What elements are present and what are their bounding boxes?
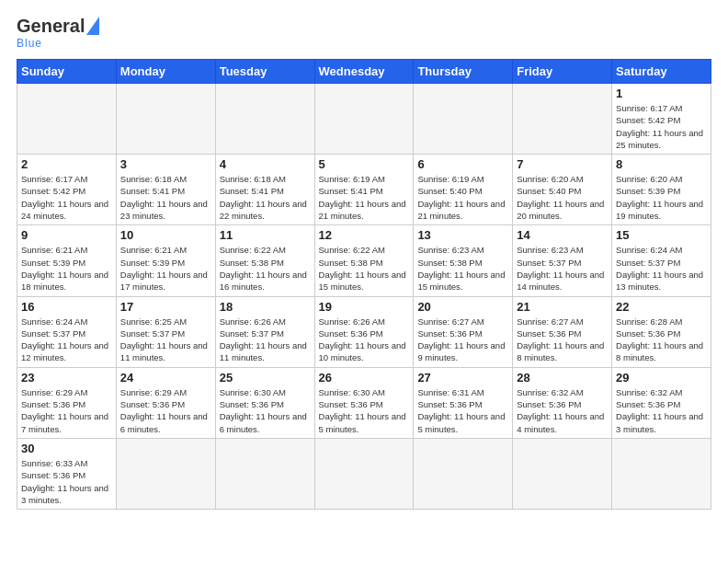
- week-row-2: 2Sunrise: 6:17 AM Sunset: 5:42 PM Daylig…: [17, 155, 711, 225]
- calendar-cell: [215, 84, 314, 155]
- day-info: Sunrise: 6:20 AM Sunset: 5:40 PM Dayligh…: [517, 173, 608, 222]
- calendar-cell: 14Sunrise: 6:23 AM Sunset: 5:37 PM Dayli…: [513, 225, 612, 296]
- day-number: 27: [417, 371, 508, 385]
- day-number: 18: [220, 300, 311, 314]
- week-row-1: 1Sunrise: 6:17 AM Sunset: 5:42 PM Daylig…: [17, 84, 711, 155]
- day-info: Sunrise: 6:22 AM Sunset: 5:38 PM Dayligh…: [220, 244, 311, 293]
- day-info: Sunrise: 6:29 AM Sunset: 5:36 PM Dayligh…: [120, 386, 211, 435]
- calendar-cell: 18Sunrise: 6:26 AM Sunset: 5:37 PM Dayli…: [215, 296, 314, 367]
- calendar-cell: [414, 84, 513, 155]
- calendar-cell: [513, 438, 612, 509]
- header: General Blue: [17, 17, 711, 50]
- day-number: 2: [21, 157, 112, 171]
- calendar-cell: [414, 438, 513, 509]
- day-number: 21: [517, 300, 608, 314]
- calendar-cell: 21Sunrise: 6:27 AM Sunset: 5:36 PM Dayli…: [513, 296, 612, 367]
- calendar-cell: 7Sunrise: 6:20 AM Sunset: 5:40 PM Daylig…: [513, 155, 612, 225]
- day-number: 13: [417, 228, 508, 242]
- day-number: 20: [417, 300, 508, 314]
- day-info: Sunrise: 6:31 AM Sunset: 5:36 PM Dayligh…: [417, 386, 508, 435]
- calendar-cell: 10Sunrise: 6:21 AM Sunset: 5:39 PM Dayli…: [116, 225, 215, 296]
- logo: General Blue: [17, 17, 99, 50]
- day-info: Sunrise: 6:19 AM Sunset: 5:41 PM Dayligh…: [319, 173, 410, 222]
- day-info: Sunrise: 6:26 AM Sunset: 5:36 PM Dayligh…: [319, 316, 410, 364]
- calendar-cell: [116, 438, 215, 509]
- calendar-cell: 3Sunrise: 6:18 AM Sunset: 5:41 PM Daylig…: [116, 155, 215, 225]
- day-number: 14: [517, 228, 608, 242]
- day-info: Sunrise: 6:23 AM Sunset: 5:38 PM Dayligh…: [417, 244, 508, 293]
- day-number: 26: [319, 371, 410, 385]
- calendar-cell: 27Sunrise: 6:31 AM Sunset: 5:36 PM Dayli…: [414, 367, 513, 438]
- weekday-monday: Monday: [116, 60, 215, 84]
- calendar-cell: 6Sunrise: 6:19 AM Sunset: 5:40 PM Daylig…: [414, 155, 513, 225]
- week-row-6: 30Sunrise: 6:33 AM Sunset: 5:36 PM Dayli…: [17, 438, 711, 509]
- calendar-cell: 30Sunrise: 6:33 AM Sunset: 5:36 PM Dayli…: [17, 438, 117, 509]
- day-number: 6: [417, 157, 508, 171]
- week-row-5: 23Sunrise: 6:29 AM Sunset: 5:36 PM Dayli…: [17, 367, 711, 438]
- day-info: Sunrise: 6:18 AM Sunset: 5:41 PM Dayligh…: [120, 173, 211, 222]
- day-number: 24: [120, 371, 211, 385]
- weekday-tuesday: Tuesday: [215, 60, 314, 84]
- day-number: 11: [220, 228, 311, 242]
- day-number: 23: [21, 371, 112, 385]
- day-info: Sunrise: 6:22 AM Sunset: 5:38 PM Dayligh…: [319, 244, 410, 293]
- day-info: Sunrise: 6:20 AM Sunset: 5:39 PM Dayligh…: [616, 173, 707, 222]
- day-number: 29: [616, 371, 707, 385]
- calendar-cell: 5Sunrise: 6:19 AM Sunset: 5:41 PM Daylig…: [314, 155, 414, 225]
- day-info: Sunrise: 6:19 AM Sunset: 5:40 PM Dayligh…: [417, 173, 508, 222]
- day-number: 10: [120, 228, 211, 242]
- day-number: 22: [616, 300, 707, 314]
- day-number: 5: [319, 157, 410, 171]
- day-info: Sunrise: 6:30 AM Sunset: 5:36 PM Dayligh…: [220, 386, 311, 435]
- day-number: 19: [319, 300, 410, 314]
- calendar-cell: 16Sunrise: 6:24 AM Sunset: 5:37 PM Dayli…: [17, 296, 117, 367]
- day-number: 9: [21, 228, 112, 242]
- calendar-cell: 25Sunrise: 6:30 AM Sunset: 5:36 PM Dayli…: [215, 367, 314, 438]
- day-info: Sunrise: 6:26 AM Sunset: 5:37 PM Dayligh…: [220, 316, 311, 364]
- logo-blue: Blue: [17, 37, 42, 50]
- day-number: 8: [616, 157, 707, 171]
- calendar-cell: 2Sunrise: 6:17 AM Sunset: 5:42 PM Daylig…: [17, 155, 117, 225]
- week-row-3: 9Sunrise: 6:21 AM Sunset: 5:39 PM Daylig…: [17, 225, 711, 296]
- day-info: Sunrise: 6:32 AM Sunset: 5:36 PM Dayligh…: [517, 386, 608, 435]
- day-number: 17: [120, 300, 211, 314]
- calendar-cell: [513, 84, 612, 155]
- calendar-cell: [215, 438, 314, 509]
- calendar-cell: 4Sunrise: 6:18 AM Sunset: 5:41 PM Daylig…: [215, 155, 314, 225]
- calendar-cell: [314, 84, 414, 155]
- calendar-cell: 22Sunrise: 6:28 AM Sunset: 5:36 PM Dayli…: [612, 296, 711, 367]
- calendar-cell: 1Sunrise: 6:17 AM Sunset: 5:42 PM Daylig…: [612, 84, 711, 155]
- weekday-wednesday: Wednesday: [314, 60, 414, 84]
- day-info: Sunrise: 6:18 AM Sunset: 5:41 PM Dayligh…: [220, 173, 311, 222]
- calendar-cell: 24Sunrise: 6:29 AM Sunset: 5:36 PM Dayli…: [116, 367, 215, 438]
- logo-general: General: [17, 17, 85, 35]
- calendar-cell: [314, 438, 414, 509]
- day-number: 28: [517, 371, 608, 385]
- calendar-cell: 26Sunrise: 6:30 AM Sunset: 5:36 PM Dayli…: [314, 367, 414, 438]
- day-number: 3: [120, 157, 211, 171]
- day-info: Sunrise: 6:29 AM Sunset: 5:36 PM Dayligh…: [21, 386, 112, 435]
- calendar-cell: [116, 84, 215, 155]
- calendar-cell: [612, 438, 711, 509]
- weekday-saturday: Saturday: [612, 60, 711, 84]
- calendar-cell: [17, 84, 117, 155]
- day-info: Sunrise: 6:17 AM Sunset: 5:42 PM Dayligh…: [616, 102, 707, 151]
- day-info: Sunrise: 6:28 AM Sunset: 5:36 PM Dayligh…: [616, 316, 707, 364]
- calendar-cell: 20Sunrise: 6:27 AM Sunset: 5:36 PM Dayli…: [414, 296, 513, 367]
- calendar-cell: 11Sunrise: 6:22 AM Sunset: 5:38 PM Dayli…: [215, 225, 314, 296]
- calendar-cell: 17Sunrise: 6:25 AM Sunset: 5:37 PM Dayli…: [116, 296, 215, 367]
- day-info: Sunrise: 6:17 AM Sunset: 5:42 PM Dayligh…: [21, 173, 112, 222]
- day-number: 30: [21, 442, 112, 455]
- week-row-4: 16Sunrise: 6:24 AM Sunset: 5:37 PM Dayli…: [17, 296, 711, 367]
- calendar-cell: 19Sunrise: 6:26 AM Sunset: 5:36 PM Dayli…: [314, 296, 414, 367]
- day-info: Sunrise: 6:27 AM Sunset: 5:36 PM Dayligh…: [517, 316, 608, 364]
- day-number: 4: [220, 157, 311, 171]
- day-number: 12: [319, 228, 410, 242]
- day-info: Sunrise: 6:33 AM Sunset: 5:36 PM Dayligh…: [21, 457, 112, 506]
- day-number: 25: [220, 371, 311, 385]
- calendar-cell: 23Sunrise: 6:29 AM Sunset: 5:36 PM Dayli…: [17, 367, 117, 438]
- day-info: Sunrise: 6:30 AM Sunset: 5:36 PM Dayligh…: [319, 386, 410, 435]
- weekday-header-row: SundayMondayTuesdayWednesdayThursdayFrid…: [17, 60, 711, 84]
- calendar-cell: 28Sunrise: 6:32 AM Sunset: 5:36 PM Dayli…: [513, 367, 612, 438]
- calendar-cell: 15Sunrise: 6:24 AM Sunset: 5:37 PM Dayli…: [612, 225, 711, 296]
